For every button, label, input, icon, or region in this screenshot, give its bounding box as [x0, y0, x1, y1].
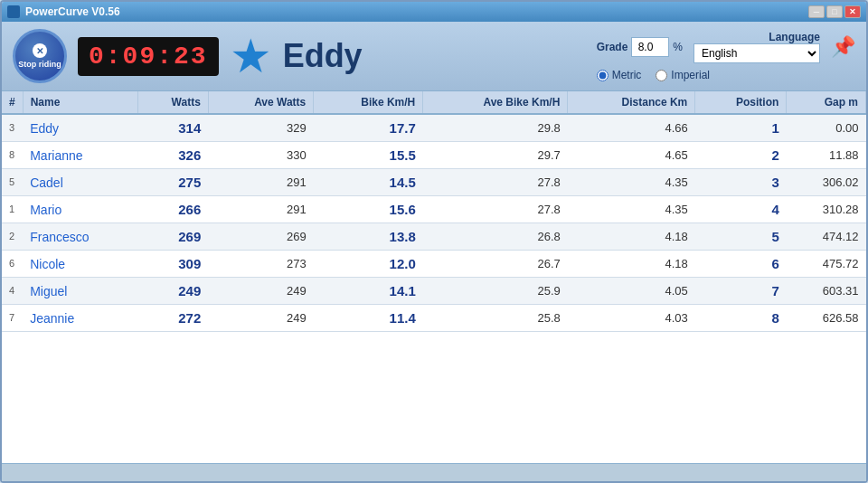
grade-language-row: Grade % Language English Dutch French Ge… [597, 31, 855, 63]
cell-distance: 4.05 [568, 278, 695, 305]
cell-gap: 626.58 [787, 305, 866, 332]
window-title: PowerCurve V0.56 [25, 5, 120, 18]
col-header-distance: Distance Km [568, 91, 695, 114]
cell-distance: 4.35 [568, 196, 695, 223]
table-row: 1 Mario 266 291 15.6 27.8 4.35 4 310.28 [2, 196, 866, 223]
cell-watts: 309 [138, 251, 208, 278]
grade-group: Grade % [597, 37, 683, 57]
cell-name: Mario [23, 196, 138, 223]
cell-name: Miguel [23, 278, 138, 305]
cell-ave-bike-kmh: 26.8 [423, 223, 568, 251]
cell-name: Francesco [23, 223, 138, 251]
imperial-option[interactable]: Imperial [656, 69, 710, 81]
cell-ave-bike-kmh: 25.9 [423, 278, 568, 305]
cell-name: Nicole [23, 251, 138, 278]
cell-distance: 4.65 [568, 142, 695, 169]
app-icon [7, 5, 20, 18]
col-header-name: Name [23, 91, 138, 114]
cell-distance: 4.03 [568, 305, 695, 332]
table-body: 3 Eddy 314 329 17.7 29.8 4.66 1 0.00 8 M… [2, 114, 866, 332]
table-row: 6 Nicole 309 273 12.0 26.7 4.18 6 475.72 [2, 251, 866, 278]
timer-display: 0:09:23 [78, 37, 219, 76]
cell-ave-watts: 330 [208, 142, 313, 169]
cell-bike-kmh: 12.0 [314, 251, 423, 278]
metric-radio[interactable] [597, 70, 609, 81]
cell-num: 3 [2, 114, 23, 142]
cell-ave-bike-kmh: 29.8 [423, 114, 568, 142]
table-row: 5 Cadel 275 291 14.5 27.8 4.35 3 306.02 [2, 169, 866, 196]
cell-watts: 272 [138, 305, 208, 332]
cell-bike-kmh: 11.4 [314, 305, 423, 332]
cell-gap: 0.00 [787, 114, 866, 142]
cell-num: 8 [2, 142, 23, 169]
table-row: 8 Marianne 326 330 15.5 29.7 4.65 2 11.8… [2, 142, 866, 169]
cell-ave-watts: 249 [208, 278, 313, 305]
cell-name: Eddy [23, 114, 138, 142]
riders-table-container: # Name Watts Ave Watts Bike Km/H Ave Bik… [2, 91, 866, 463]
cell-gap: 310.28 [787, 196, 866, 223]
cell-num: 7 [2, 305, 23, 332]
col-header-num: # [2, 91, 23, 114]
cell-distance: 4.35 [568, 169, 695, 196]
col-header-position: Position [695, 91, 787, 114]
main-window: PowerCurve V0.56 ─ □ ✕ Stop riding 0:09:… [0, 0, 868, 483]
imperial-label: Imperial [671, 69, 710, 81]
cell-position: 2 [695, 142, 787, 169]
cell-position: 4 [695, 196, 787, 223]
cell-position: 8 [695, 305, 787, 332]
col-header-bike-kmh: Bike Km/H [314, 91, 423, 114]
minimize-button[interactable]: ─ [808, 5, 825, 18]
col-header-ave-bike-kmh: Ave Bike Km/H [423, 91, 568, 114]
cell-bike-kmh: 13.8 [314, 223, 423, 251]
cell-num: 2 [2, 223, 23, 251]
table-row: 4 Miguel 249 249 14.1 25.9 4.05 7 603.31 [2, 278, 866, 305]
favorite-star-icon[interactable]: ★ [230, 33, 272, 80]
language-group: Language English Dutch French German [693, 31, 820, 63]
cell-gap: 603.31 [787, 278, 866, 305]
cell-gap: 11.88 [787, 142, 866, 169]
metric-imperial-row: Metric Imperial [597, 69, 710, 81]
cell-gap: 306.02 [787, 169, 866, 196]
cell-gap: 474.12 [787, 223, 866, 251]
cell-ave-bike-kmh: 26.7 [423, 251, 568, 278]
imperial-radio[interactable] [656, 70, 667, 81]
language-label: Language [693, 31, 820, 43]
cell-ave-watts: 329 [208, 114, 313, 142]
cell-distance: 4.18 [568, 251, 695, 278]
grade-input[interactable] [631, 37, 669, 57]
cell-bike-kmh: 14.5 [314, 169, 423, 196]
cell-position: 5 [695, 223, 787, 251]
metric-option[interactable]: Metric [597, 69, 642, 81]
cell-num: 1 [2, 196, 23, 223]
cell-ave-bike-kmh: 25.8 [423, 305, 568, 332]
stop-riding-button[interactable]: Stop riding [13, 29, 67, 83]
stop-icon [33, 43, 47, 58]
cell-bike-kmh: 17.7 [314, 114, 423, 142]
cell-name: Jeannie [23, 305, 138, 332]
cell-watts: 326 [138, 142, 208, 169]
pin-icon[interactable]: 📌 [831, 35, 855, 59]
maximize-button[interactable]: □ [826, 5, 843, 18]
title-bar-left: PowerCurve V0.56 [7, 5, 120, 18]
title-bar-buttons: ─ □ ✕ [808, 5, 861, 18]
cell-bike-kmh: 15.5 [314, 142, 423, 169]
close-button[interactable]: ✕ [844, 5, 861, 18]
cell-position: 1 [695, 114, 787, 142]
cell-position: 7 [695, 278, 787, 305]
cell-num: 6 [2, 251, 23, 278]
cell-watts: 266 [138, 196, 208, 223]
col-header-watts: Watts [138, 91, 208, 114]
cell-ave-bike-kmh: 27.8 [423, 169, 568, 196]
language-select[interactable]: English Dutch French German [693, 43, 820, 63]
status-bar [2, 463, 866, 481]
cell-ave-watts: 291 [208, 196, 313, 223]
cell-watts: 249 [138, 278, 208, 305]
riders-table: # Name Watts Ave Watts Bike Km/H Ave Bik… [2, 91, 866, 332]
cell-distance: 4.18 [568, 223, 695, 251]
cell-bike-kmh: 15.6 [314, 196, 423, 223]
header: Stop riding 0:09:23 ★ Eddy Grade % Langu… [2, 22, 866, 91]
cell-ave-watts: 291 [208, 169, 313, 196]
metric-label: Metric [612, 69, 642, 81]
cell-bike-kmh: 14.1 [314, 278, 423, 305]
cell-ave-bike-kmh: 27.8 [423, 196, 568, 223]
